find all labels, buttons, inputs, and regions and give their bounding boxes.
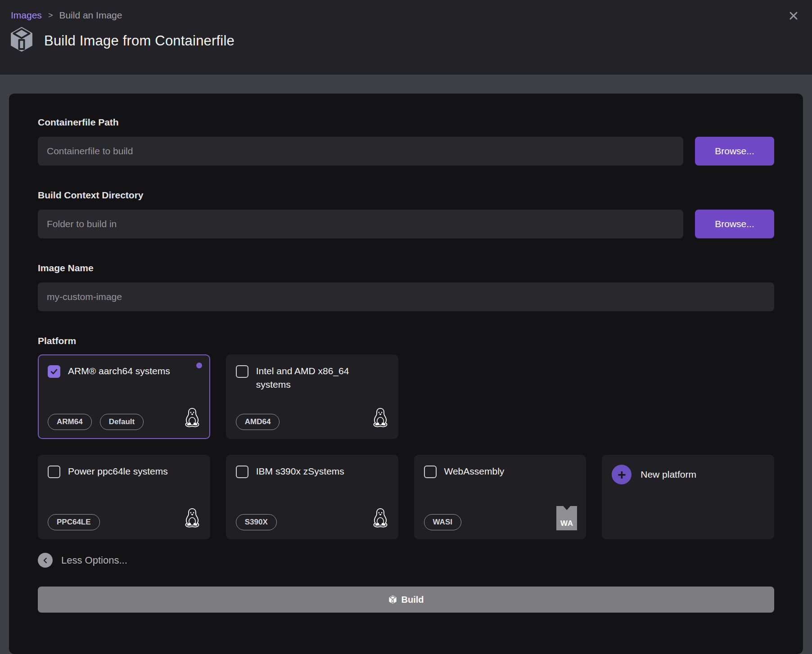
image-name-label: Image Name bbox=[38, 263, 774, 273]
breadcrumb-current: Build an Image bbox=[59, 10, 122, 21]
new-platform-card[interactable]: + New platform bbox=[602, 455, 774, 539]
less-options-label: Less Options... bbox=[61, 555, 127, 566]
webassembly-icon: WA bbox=[556, 506, 577, 530]
breadcrumb: Images > Build an Image bbox=[11, 10, 122, 21]
platform-checkbox-arm64[interactable] bbox=[48, 365, 60, 378]
badge-arch: S390X bbox=[236, 514, 277, 530]
badge-arch: ARM64 bbox=[48, 414, 92, 430]
breadcrumb-images-link[interactable]: Images bbox=[11, 10, 42, 21]
platform-label: Platform bbox=[38, 336, 774, 346]
linux-tux-icon bbox=[183, 508, 201, 530]
badge-arch: WASI bbox=[424, 514, 461, 530]
platform-checkbox-wasm[interactable] bbox=[424, 466, 437, 478]
less-options-toggle[interactable]: Less Options... bbox=[38, 553, 774, 568]
containerfile-path-row: Browse... bbox=[38, 137, 774, 166]
platform-title: IBM s390x zSystems bbox=[256, 465, 344, 478]
selected-dot bbox=[196, 363, 202, 368]
badge-arch: AMD64 bbox=[236, 414, 280, 430]
platform-card-ppc64le[interactable]: Power ppc64le systems PPC64LE bbox=[38, 455, 210, 539]
badge-arch: PPC64LE bbox=[48, 514, 100, 530]
platform-card-wasm[interactable]: WebAssembly WASI WA bbox=[414, 455, 586, 539]
platform-title: ARM® aarch64 systems bbox=[68, 364, 170, 378]
platform-card-s390x[interactable]: IBM s390x zSystems S390X bbox=[226, 455, 398, 539]
containerfile-browse-button[interactable]: Browse... bbox=[695, 137, 774, 166]
plus-icon[interactable]: + bbox=[612, 465, 632, 484]
build-context-input[interactable] bbox=[38, 210, 683, 238]
close-icon[interactable] bbox=[787, 9, 800, 22]
new-platform-label: New platform bbox=[641, 468, 696, 481]
platform-card-arm64[interactable]: ARM® aarch64 systems ARM64 Default bbox=[38, 354, 210, 439]
containerfile-path-label: Containerfile Path bbox=[38, 117, 774, 128]
container-cube-icon bbox=[9, 26, 34, 56]
linux-tux-icon bbox=[371, 408, 389, 430]
platform-checkbox-s390x[interactable] bbox=[236, 466, 248, 478]
build-cube-icon bbox=[388, 595, 397, 605]
build-context-label: Build Context Directory bbox=[38, 190, 774, 201]
build-button[interactable]: Build bbox=[38, 587, 774, 613]
platform-title: Intel and AMD x86_64 systems bbox=[256, 364, 366, 392]
build-context-row: Browse... bbox=[38, 210, 774, 238]
platform-title: WebAssembly bbox=[444, 465, 505, 478]
breadcrumb-separator: > bbox=[48, 11, 53, 20]
badge-default: Default bbox=[100, 414, 144, 430]
build-context-browse-button[interactable]: Browse... bbox=[695, 210, 774, 238]
image-name-input[interactable] bbox=[38, 282, 774, 311]
platform-grid: ARM® aarch64 systems ARM64 Default bbox=[38, 354, 774, 539]
platform-title: Power ppc64le systems bbox=[68, 465, 168, 478]
linux-tux-icon bbox=[371, 508, 389, 530]
build-form-panel: Containerfile Path Browse... Build Conte… bbox=[9, 94, 803, 654]
page-title: Build Image from Containerfile bbox=[44, 33, 235, 49]
title-row: Build Image from Containerfile bbox=[9, 26, 235, 56]
page-header: Images > Build an Image Build Image from… bbox=[0, 0, 812, 75]
image-name-row bbox=[38, 282, 774, 311]
platform-checkbox-amd64[interactable] bbox=[236, 365, 248, 378]
platform-card-amd64[interactable]: Intel and AMD x86_64 systems AMD64 bbox=[226, 354, 398, 439]
platform-checkbox-ppc64le[interactable] bbox=[48, 466, 60, 478]
linux-tux-icon bbox=[183, 408, 201, 430]
containerfile-path-input[interactable] bbox=[38, 137, 683, 166]
chevron-left-icon bbox=[38, 553, 53, 568]
build-button-label: Build bbox=[401, 595, 424, 605]
